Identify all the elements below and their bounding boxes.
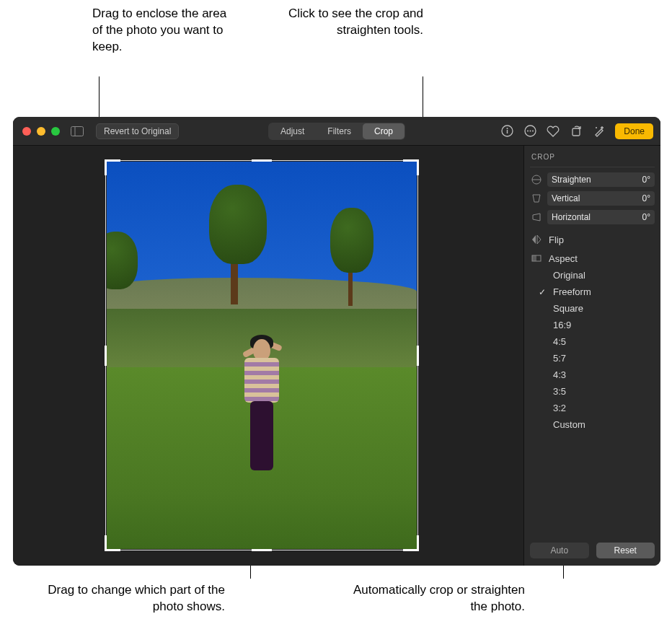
svg-point-7 [529, 131, 531, 132]
aspect-section[interactable]: Aspect [530, 253, 655, 264]
fullscreen-window-button[interactable] [51, 127, 60, 136]
info-icon[interactable] [500, 124, 514, 139]
straighten-icon [530, 174, 543, 185]
aspect-4-5[interactable]: 4:5 [536, 333, 655, 350]
aspect-item-label: Custom [553, 419, 585, 430]
aspect-3-5[interactable]: 3:5 [536, 383, 655, 400]
aspect-custom[interactable]: Custom [536, 416, 655, 433]
callout-crop-frame: Drag to enclose the area of the photo yo… [92, 6, 229, 56]
crop-panel: CROP Straighten 0° Vertical 0° Horizo [523, 146, 660, 566]
crop-handle-top-left[interactable] [105, 159, 120, 175]
rotate-icon[interactable] [569, 124, 583, 139]
aspect-item-label: Original [553, 270, 585, 281]
crop-frame[interactable] [107, 162, 417, 549]
svg-rect-0 [71, 126, 84, 136]
sidebar-toggle-icon[interactable] [68, 124, 86, 139]
photo-preview[interactable] [107, 162, 417, 549]
param-vertical[interactable]: Vertical 0° [530, 191, 655, 206]
more-icon[interactable] [523, 124, 537, 139]
crop-handle-top-right[interactable] [403, 159, 419, 175]
aspect-list: Original ✓Freeform Square 16:9 4:5 5:7 4… [530, 267, 655, 433]
horizontal-perspective-icon [530, 211, 543, 223]
aspect-icon [530, 253, 543, 264]
param-label: Straighten [547, 172, 619, 187]
tab-filters[interactable]: Filters [316, 123, 363, 139]
aspect-item-label: 3:2 [553, 403, 566, 413]
aspect-item-label: 3:5 [553, 386, 566, 397]
aspect-4-3[interactable]: 4:3 [536, 367, 655, 383]
aspect-item-label: 16:9 [553, 320, 571, 330]
svg-point-6 [527, 131, 529, 132]
toolbar: Revert to Original Adjust Filters Crop D… [13, 117, 660, 146]
crop-handle-top[interactable] [252, 159, 272, 162]
minimize-window-button[interactable] [37, 127, 45, 136]
photo-subject [237, 332, 288, 498]
vertical-perspective-icon [530, 193, 543, 204]
crop-handle-bottom-left[interactable] [105, 535, 120, 551]
aspect-16-9[interactable]: 16:9 [536, 317, 655, 333]
param-value[interactable]: 0° [619, 172, 655, 187]
edit-mode-tabs: Adjust Filters Crop [268, 123, 405, 140]
tab-adjust[interactable]: Adjust [269, 123, 316, 139]
svg-rect-4 [507, 130, 508, 133]
tab-crop[interactable]: Crop [363, 123, 404, 139]
svg-point-8 [532, 131, 534, 132]
aspect-freeform[interactable]: ✓Freeform [536, 284, 655, 300]
panel-footer: Auto Reset [530, 543, 655, 558]
aspect-label: Aspect [549, 253, 578, 264]
aspect-square[interactable]: Square [536, 300, 655, 317]
callout-pan: Drag to change which part of the photo s… [23, 582, 225, 615]
svg-point-3 [506, 128, 508, 129]
param-straighten[interactable]: Straighten 0° [530, 172, 655, 187]
flip-button[interactable]: Flip [530, 234, 655, 245]
check-icon: ✓ [537, 287, 547, 297]
aspect-item-label: 4:3 [553, 369, 566, 380]
aspect-item-label: 5:7 [553, 353, 566, 364]
photos-edit-window: Revert to Original Adjust Filters Crop D… [13, 117, 660, 566]
aspect-3-2[interactable]: 3:2 [536, 400, 655, 416]
crop-handle-right[interactable] [417, 346, 419, 366]
callout-line [423, 76, 423, 121]
editor-content: CROP Straighten 0° Vertical 0° Horizo [13, 146, 660, 566]
crop-handle-left[interactable] [105, 346, 107, 366]
auto-enhance-icon[interactable] [592, 124, 606, 139]
param-label: Horizontal [547, 210, 619, 224]
svg-rect-9 [572, 128, 580, 136]
crop-handle-bottom-right[interactable] [403, 535, 419, 551]
toolbar-right: Done [500, 123, 653, 139]
window-controls [13, 127, 60, 136]
crop-handle-bottom[interactable] [252, 549, 272, 551]
param-value[interactable]: 0° [619, 191, 655, 206]
auto-button[interactable]: Auto [530, 543, 589, 558]
reset-button[interactable]: Reset [596, 543, 655, 558]
favorite-icon[interactable] [546, 124, 560, 139]
param-horizontal[interactable]: Horizontal 0° [530, 210, 655, 224]
svg-rect-13 [532, 255, 536, 261]
callout-auto: Automatically crop or straighten the pho… [337, 582, 525, 615]
flip-label: Flip [549, 234, 564, 245]
callout-crop-tab: Click to see the crop and straighten too… [286, 6, 423, 39]
aspect-item-label: Square [553, 303, 583, 314]
done-button[interactable]: Done [615, 123, 653, 139]
aspect-original[interactable]: Original [536, 267, 655, 284]
flip-icon [530, 234, 543, 245]
canvas-area[interactable] [13, 146, 523, 566]
panel-title: CROP [530, 150, 655, 167]
aspect-item-label: 4:5 [553, 336, 566, 347]
revert-to-original-button[interactable]: Revert to Original [96, 123, 179, 139]
aspect-5-7[interactable]: 5:7 [536, 350, 655, 367]
close-window-button[interactable] [22, 127, 31, 136]
aspect-item-label: Freeform [553, 286, 591, 297]
param-value[interactable]: 0° [619, 210, 655, 224]
param-label: Vertical [547, 191, 619, 206]
